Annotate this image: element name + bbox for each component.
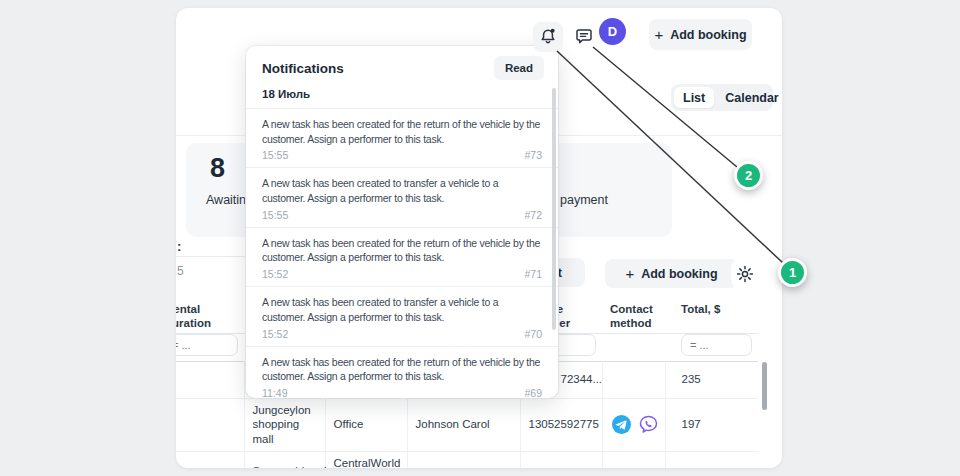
plus-icon: + <box>654 26 663 43</box>
stat-awaiting-value: 8 <box>210 153 225 184</box>
panel-scrollbar[interactable] <box>552 88 556 330</box>
notification-id: #70 <box>524 328 542 340</box>
notification-item[interactable]: A new task has been created for the retu… <box>246 227 558 286</box>
notification-id: #69 <box>524 387 542 398</box>
divider <box>176 256 246 257</box>
cell-customer: Johnson Carol <box>407 398 520 452</box>
notification-time: 15:55 <box>262 149 288 161</box>
callout-badge-2: 2 <box>734 161 763 190</box>
settings-gear-icon <box>735 264 755 284</box>
cell-pickup: Jungceylon shopping mall <box>244 398 325 452</box>
notifications-panel-header: Notifications Read <box>246 46 558 84</box>
add-booking-label: Add booking <box>670 28 746 42</box>
notifications-title: Notifications <box>262 61 344 76</box>
table-row[interactable]: Jungceylon shopping mall Office Johnson … <box>176 398 758 452</box>
page-background: D + Add booking List Calendar 8 Awaiting… <box>0 0 960 476</box>
notification-text: A new task has been created for the retu… <box>262 117 542 146</box>
notification-time: 11:49 <box>262 387 288 398</box>
chat-button[interactable] <box>570 22 598 50</box>
stat-payment-label: payment <box>560 193 608 207</box>
notification-text: A new task has been created to transfer … <box>262 176 542 205</box>
bell-icon <box>538 27 558 47</box>
cell-return: CentralWorld shopping mall <box>325 452 407 468</box>
add-booking-button-top[interactable]: + Add booking <box>649 19 752 50</box>
notification-text: A new task has been created for the retu… <box>262 355 542 384</box>
notification-time: 15:55 <box>262 209 288 221</box>
cell-pickup: Suvarnabhumi airport <box>244 452 325 468</box>
notification-item[interactable]: A new task has been created for the retu… <box>246 109 558 167</box>
cell-contact-method <box>602 398 665 452</box>
chat-bubble-icon <box>574 26 594 46</box>
cell-total: 235 <box>665 361 758 398</box>
cell-phone: 19838510507 <box>520 452 602 468</box>
notification-time: 15:52 <box>262 268 288 280</box>
notification-id: #72 <box>524 209 542 221</box>
cell-total: 197 <box>665 398 758 452</box>
table-row[interactable]: Suvarnabhumi airport CentralWorld shoppi… <box>176 452 758 468</box>
add-booking-label: Add booking <box>641 267 717 281</box>
user-avatar[interactable]: D <box>599 18 626 45</box>
cell-customer: Hamilton June <box>407 452 520 468</box>
cell-return: Office <box>325 398 407 452</box>
notification-id: #71 <box>524 268 542 280</box>
view-toggle: List Calendar <box>671 84 773 111</box>
notification-text: A new task has been created to transfer … <box>262 295 542 324</box>
notifications-date-header: 18 Июль <box>246 84 558 108</box>
notification-item[interactable]: A new task has been created to transfer … <box>246 286 558 345</box>
telegram-icon[interactable] <box>611 414 632 435</box>
notification-item[interactable]: A new task has been created to transfer … <box>246 167 558 226</box>
notifications-panel: Notifications Read 18 Июль A new task ha… <box>246 46 558 398</box>
tab-calendar[interactable]: Calendar <box>716 87 782 108</box>
col-contact-method[interactable]: Contact method <box>602 295 665 333</box>
notification-item[interactable]: A new task has been created for the retu… <box>246 346 558 399</box>
cell-phone: 13052592775 <box>520 398 602 452</box>
filter-input-rental-duration[interactable] <box>176 334 238 356</box>
table-settings-button[interactable] <box>731 260 759 288</box>
callout-badge-1: 1 <box>778 258 807 287</box>
notifications-bell-button[interactable] <box>533 22 563 52</box>
table-scrollbar[interactable] <box>762 362 767 410</box>
avatar-initial: D <box>608 24 617 39</box>
filter-input-total[interactable] <box>681 334 752 356</box>
cell-contact-method <box>602 452 665 468</box>
cell-rental-duration <box>176 398 244 452</box>
col-total[interactable]: Total, $ <box>665 295 758 333</box>
cell-rental-duration <box>176 452 244 468</box>
cell-total: 850 <box>665 452 758 468</box>
cell-contact-method <box>602 361 665 398</box>
cut-text-fragment: : <box>177 239 181 254</box>
read-button[interactable]: Read <box>494 56 544 80</box>
notification-text: A new task has been created for the retu… <box>262 236 542 265</box>
cell-rental-duration <box>176 361 244 398</box>
plus-icon: + <box>625 265 634 282</box>
cut-count-fragment: 5 <box>177 264 184 278</box>
tab-list[interactable]: List <box>674 87 714 108</box>
add-booking-button-table[interactable]: + Add booking <box>605 259 738 288</box>
notification-id: #73 <box>524 149 542 161</box>
col-rental-duration[interactable]: Rental duration <box>176 295 244 333</box>
notification-time: 15:52 <box>262 328 288 340</box>
viber-icon[interactable] <box>638 414 659 435</box>
